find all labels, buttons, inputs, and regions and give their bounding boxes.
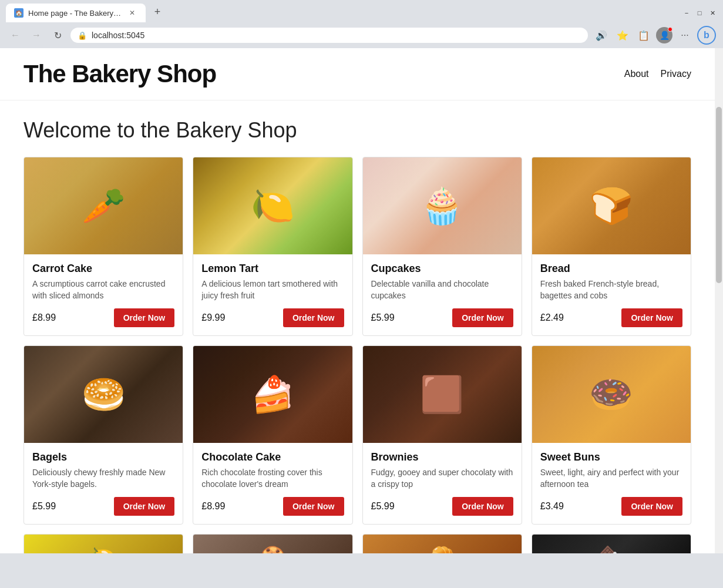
product-footer-chocolate-cake: £8.99Order Now [201, 497, 344, 516]
product-info-brownies: BrowniesFudgy, gooey and super chocolaty… [363, 443, 522, 524]
product-name-bagels: Bagels [32, 451, 174, 463]
product-image-cupcakes: 🧁 [363, 157, 522, 254]
product-info-bagels: BagelsDeliciously chewy freshly made New… [24, 443, 183, 524]
product-price-sweet-buns: £3.49 [540, 501, 564, 512]
product-desc-carrot-cake: A scrumptious carrot cake encrusted with… [32, 278, 174, 301]
product-price-bagels: £5.99 [32, 501, 56, 512]
product-footer-lemon-tart: £9.99Order Now [201, 308, 344, 327]
site-header: The Bakery Shop About Privacy [0, 48, 715, 100]
order-button-brownies[interactable]: Order Now [452, 497, 513, 516]
product-image-lemon-tart: 🍋 [193, 157, 352, 254]
browser-window: 🏠 Home page - The Bakery Shop ✕ + − □ ✕ … [0, 0, 723, 588]
partial-card-partial1: 🍋 [23, 534, 183, 553]
product-image-bagels: 🥯 [24, 346, 183, 443]
product-desc-lemon-tart: A delicious lemon tart smothered with ju… [201, 278, 344, 301]
profile-icon[interactable]: 👤 [656, 27, 672, 43]
product-footer-sweet-buns: £3.49Order Now [540, 497, 682, 516]
profile-notification-dot [668, 27, 672, 32]
product-card-chocolate-cake: 🍰Chocolate CakeRich chocolate frosting c… [193, 345, 352, 525]
tab-title: Home page - The Bakery Shop [28, 9, 122, 18]
nav-about-link[interactable]: About [624, 69, 649, 79]
toolbar-icons: 🔊 ⭐ 📋 👤 ··· b [593, 26, 716, 45]
product-footer-cupcakes: £5.99Order Now [371, 308, 513, 327]
product-image-bread: 🍞 [532, 157, 691, 254]
product-image-sweet-buns: 🍩 [532, 346, 691, 443]
product-info-carrot-cake: Carrot CakeA scrumptious carrot cake enc… [24, 254, 183, 335]
product-card-bagels: 🥯BagelsDeliciously chewy freshly made Ne… [23, 345, 183, 525]
page-wrapper: The Bakery Shop About Privacy Welcome to… [0, 48, 715, 553]
product-price-brownies: £5.99 [371, 501, 395, 512]
site-logo[interactable]: The Bakery Shop [23, 60, 216, 88]
product-price-chocolate-cake: £8.99 [201, 501, 225, 512]
more-tools-icon[interactable]: ··· [676, 26, 694, 44]
close-window-button[interactable]: ✕ [708, 8, 717, 18]
scrollbar[interactable] [715, 48, 723, 553]
maximize-button[interactable]: □ [695, 8, 704, 18]
page-heading: Welcome to the Bakery Shop [23, 118, 691, 143]
order-button-lemon-tart[interactable]: Order Now [283, 308, 344, 327]
order-button-carrot-cake[interactable]: Order Now [114, 308, 175, 327]
product-card-brownies: 🟫BrowniesFudgy, gooey and super chocolat… [362, 345, 522, 525]
lock-icon: 🔒 [78, 31, 87, 40]
url-bar[interactable]: 🔒 localhost:5045 [70, 28, 588, 43]
partial-card-partial4: 🍫 [532, 534, 691, 553]
product-price-cupcakes: £5.99 [371, 313, 395, 323]
page-body: Welcome to the Bakery Shop 🥕Carrot CakeA… [0, 100, 715, 553]
order-button-cupcakes[interactable]: Order Now [452, 308, 513, 327]
product-card-bread: 🍞BreadFresh baked French-style bread, ba… [532, 157, 691, 336]
product-footer-bread: £2.49Order Now [540, 308, 682, 327]
edge-copilot-icon[interactable]: b [697, 26, 716, 45]
site-navigation: About Privacy [624, 69, 691, 79]
new-tab-button[interactable]: + [149, 4, 166, 20]
browser-tab[interactable]: 🏠 Home page - The Bakery Shop ✕ [6, 4, 146, 22]
order-button-bread[interactable]: Order Now [621, 308, 682, 327]
window-controls: − □ ✕ [682, 8, 717, 18]
product-name-cupcakes: Cupcakes [371, 263, 513, 275]
tab-close-button[interactable]: ✕ [127, 8, 137, 18]
product-desc-bagels: Deliciously chewy freshly made New York-… [32, 467, 174, 490]
partial-card-partial2: 🍪 [193, 534, 352, 553]
order-button-chocolate-cake[interactable]: Order Now [283, 497, 344, 516]
order-button-sweet-buns[interactable]: Order Now [621, 497, 682, 516]
product-grid: 🥕Carrot CakeA scrumptious carrot cake en… [23, 157, 691, 336]
product-name-lemon-tart: Lemon Tart [201, 263, 344, 275]
product-image-chocolate-cake: 🍰 [193, 346, 352, 443]
url-text: localhost:5045 [92, 31, 581, 40]
product-info-lemon-tart: Lemon TartA delicious lemon tart smother… [193, 254, 352, 335]
product-footer-bagels: £5.99Order Now [32, 497, 174, 516]
title-bar: 🏠 Home page - The Bakery Shop ✕ + − □ ✕ [0, 0, 723, 22]
product-card-lemon-tart: 🍋Lemon TartA delicious lemon tart smothe… [193, 157, 352, 336]
order-button-bagels[interactable]: Order Now [114, 497, 175, 516]
product-info-bread: BreadFresh baked French-style bread, bag… [532, 254, 691, 335]
collections-icon[interactable]: 📋 [635, 26, 653, 44]
partial-card-partial3: 🥐 [362, 534, 522, 553]
tab-favicon: 🏠 [14, 8, 23, 18]
back-button[interactable]: ← [7, 27, 23, 43]
product-info-cupcakes: CupcakesDelectable vanilla and chocolate… [363, 254, 522, 335]
product-card-cupcakes: 🧁CupcakesDelectable vanilla and chocolat… [362, 157, 522, 336]
refresh-button[interactable]: ↻ [49, 27, 66, 43]
product-card-carrot-cake: 🥕Carrot CakeA scrumptious carrot cake en… [23, 157, 183, 336]
minimize-button[interactable]: − [682, 8, 691, 18]
product-desc-cupcakes: Delectable vanilla and chocolate cupcake… [371, 278, 513, 301]
product-footer-carrot-cake: £8.99Order Now [32, 308, 174, 327]
scrollbar-thumb[interactable] [716, 107, 722, 283]
page-content-area: The Bakery Shop About Privacy Welcome to… [0, 48, 723, 553]
forward-button[interactable]: → [28, 27, 45, 43]
product-desc-sweet-buns: Sweet, light, airy and perfect with your… [540, 467, 682, 490]
favorites-icon[interactable]: ⭐ [614, 26, 631, 44]
product-image-brownies: 🟫 [363, 346, 522, 443]
product-card-sweet-buns: 🍩Sweet BunsSweet, light, airy and perfec… [532, 345, 691, 525]
product-desc-bread: Fresh baked French-style bread, bagettes… [540, 278, 682, 301]
product-desc-brownies: Fudgy, gooey and super chocolaty with a … [371, 467, 513, 490]
product-info-sweet-buns: Sweet BunsSweet, light, airy and perfect… [532, 443, 691, 524]
nav-privacy-link[interactable]: Privacy [661, 69, 691, 79]
address-bar: ← → ↻ 🔒 localhost:5045 🔊 ⭐ 📋 👤 ··· b [0, 22, 723, 48]
product-name-brownies: Brownies [371, 451, 513, 463]
product-price-lemon-tart: £9.99 [201, 313, 225, 323]
product-desc-chocolate-cake: Rich chocolate frosting cover this choco… [201, 467, 344, 490]
read-aloud-icon[interactable]: 🔊 [593, 26, 610, 44]
product-grid-2: 🥯BagelsDeliciously chewy freshly made Ne… [23, 345, 691, 525]
product-name-carrot-cake: Carrot Cake [32, 263, 174, 275]
product-info-chocolate-cake: Chocolate CakeRich chocolate frosting co… [193, 443, 352, 524]
